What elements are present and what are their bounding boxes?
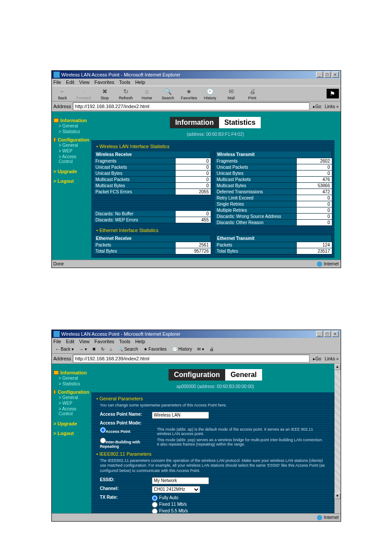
stat-row: Multiple Retries0 xyxy=(215,207,332,214)
close-button[interactable]: × xyxy=(332,72,339,78)
links-button[interactable]: Links » xyxy=(325,104,339,109)
stat-row: Discards: Wrong Source Address0 xyxy=(215,214,332,220)
channel-select[interactable]: CH01 2412MHz xyxy=(152,486,200,493)
menu-favorites[interactable]: Favorites xyxy=(94,339,114,344)
toolbar-home-button[interactable]: ⌂Home xyxy=(138,87,156,100)
menu-bar: File Edit View Favorites Tools Help xyxy=(52,338,341,345)
toolbar-print-button[interactable]: 🖨Print xyxy=(243,87,262,100)
menu-tools[interactable]: Tools xyxy=(119,339,130,344)
wireless-rx-header: Wireless Receive xyxy=(94,151,211,158)
maximize-button[interactable]: □ xyxy=(324,331,331,337)
sidebar: Information> General> StatisticsConfigur… xyxy=(52,112,91,260)
toolbar-favorites-button[interactable]: ★Favorites xyxy=(180,87,198,100)
nav-configuration[interactable]: Configuration xyxy=(54,137,90,142)
browser-window-1: Wireless LAN Access Point - Microsoft In… xyxy=(51,70,341,268)
txrate-option[interactable]: Fixed 11 Mb/s xyxy=(152,501,201,508)
stat-row: Multicast Packets476 xyxy=(215,177,332,183)
go-button[interactable]: ▸Go xyxy=(311,356,323,361)
nav-conf-general[interactable]: > General xyxy=(59,395,90,400)
toolbar-button[interactable]: ⌂ xyxy=(108,346,114,352)
essid-label: ESSID: xyxy=(100,477,148,482)
toolbar-button[interactable]: ← Back ▾ xyxy=(54,346,76,352)
general-params-desc: You can change some systemwise parameter… xyxy=(94,403,332,411)
nav-info-statistics[interactable]: > Statistics xyxy=(59,381,90,387)
toolbar: ←Back→Forward✖Stop↻Refresh⌂Home🔍Search★F… xyxy=(52,86,341,102)
toolbar-button[interactable]: ✖ xyxy=(90,346,97,352)
toolbar-forward-button[interactable]: →Forward xyxy=(75,87,93,100)
stat-row: Discards: WEP Errors455 xyxy=(94,217,211,223)
main-area: Information Statistics (address: 00:60:B… xyxy=(91,112,341,260)
nav-info-general[interactable]: > General xyxy=(59,375,90,381)
stat-row: Retry Limit Exceed0 xyxy=(215,195,332,201)
internet-zone-icon xyxy=(317,515,322,520)
nav-conf-wep[interactable]: > WEP xyxy=(59,148,90,154)
toolbar-button[interactable]: ↻ xyxy=(99,346,106,352)
menu-file[interactable]: File xyxy=(54,339,61,344)
internet-zone-label: Internet xyxy=(324,515,339,520)
nav-upgrade[interactable]: > Upgrade xyxy=(54,421,90,426)
80211-params-desc: The IEEE802.11 parameters concern the op… xyxy=(94,458,332,476)
toolbar-button[interactable]: 🕘 History xyxy=(170,346,194,352)
stat-row: Packets124 xyxy=(215,242,332,248)
nav-conf-wep[interactable]: > WEP xyxy=(59,400,90,406)
txrate-label: TX Rate: xyxy=(100,495,148,500)
header-page: Statistics xyxy=(219,117,261,128)
nav-upgrade[interactable]: > Upgrade xyxy=(54,169,90,174)
toolbar-button[interactable]: ★ Favorites xyxy=(142,346,169,352)
toolbar-stop-button[interactable]: ✖Stop xyxy=(96,87,114,100)
menu-favorites[interactable]: Favorites xyxy=(94,80,114,85)
maximize-button[interactable]: □ xyxy=(324,72,331,78)
stat-row: Discards: No Buffer0 xyxy=(94,211,211,217)
nav-information[interactable]: Information xyxy=(54,370,90,375)
close-button[interactable]: × xyxy=(332,331,339,337)
txrate-option[interactable]: Fixed 5.5 Mb/s xyxy=(152,508,201,513)
menu-view[interactable]: View xyxy=(79,339,90,344)
toolbar-back-button[interactable]: ←Back xyxy=(54,87,72,100)
toolbar-button[interactable]: → ▾ xyxy=(77,346,89,352)
nav-info-general[interactable]: > General xyxy=(59,123,90,129)
nav-configuration[interactable]: Configuration xyxy=(54,389,90,395)
txrate-option[interactable]: Fully Auto xyxy=(152,495,201,501)
ethernet-tx-header: Ethernet Transmit xyxy=(215,235,332,242)
address-input[interactable] xyxy=(73,102,310,110)
ap-name-input[interactable] xyxy=(152,412,209,419)
address-label: Address xyxy=(54,356,71,361)
nav-logout[interactable]: > Logout xyxy=(54,178,90,184)
nav-conf-access-control[interactable]: > Access Control xyxy=(59,406,90,417)
menu-help[interactable]: Help xyxy=(135,80,145,85)
toolbar-button[interactable]: ✉ ▾ xyxy=(195,346,206,352)
minimize-button[interactable]: _ xyxy=(316,331,323,337)
address-input[interactable] xyxy=(73,355,310,363)
ap-id-label: ap000000 (address: 00:60:B3:00:00:00) xyxy=(91,382,340,392)
nav-info-statistics[interactable]: > Statistics xyxy=(59,129,90,134)
toolbar-button[interactable]: 🔍 Search xyxy=(116,346,140,352)
nav-information[interactable]: Information xyxy=(54,118,90,123)
stat-row: Discards: Other Reason0 xyxy=(215,220,332,226)
page-content: Information> General> StatisticsConfigur… xyxy=(52,364,341,513)
toolbar-refresh-button[interactable]: ↻Refresh xyxy=(117,87,135,100)
mode-repeating-radio[interactable] xyxy=(100,438,106,443)
minimize-button[interactable]: _ xyxy=(316,72,323,78)
nav-logout[interactable]: > Logout xyxy=(54,431,90,436)
menu-tools[interactable]: Tools xyxy=(119,80,130,85)
titlebar: Wireless LAN Access Point - Microsoft In… xyxy=(52,71,341,79)
mode-ap-radio[interactable] xyxy=(100,427,106,433)
essid-input[interactable] xyxy=(152,477,209,484)
toolbar-history-button[interactable]: 🕘History xyxy=(201,87,219,100)
menu-help[interactable]: Help xyxy=(135,339,145,344)
menu-edit[interactable]: Edit xyxy=(66,80,74,85)
nav-conf-general[interactable]: > General xyxy=(59,142,90,148)
links-button[interactable]: Links » xyxy=(325,356,339,361)
toolbar-search-button[interactable]: 🔍Search xyxy=(159,87,177,100)
menu-file[interactable]: File xyxy=(54,80,61,85)
menu-view[interactable]: View xyxy=(79,80,90,85)
nav-conf-access-control[interactable]: > Access Control xyxy=(59,154,90,164)
toolbar-button[interactable]: 🖨 xyxy=(208,346,216,352)
toolbar-mail-button[interactable]: ✉Mail xyxy=(222,87,241,100)
go-button[interactable]: ▸Go xyxy=(311,104,323,109)
section-ethernet-stats: Ethernet Interface Statistics xyxy=(94,226,332,235)
status-bar: Done Internet xyxy=(52,260,341,268)
vertical-scrollbar[interactable]: ▲▼ xyxy=(334,364,341,513)
menu-edit[interactable]: Edit xyxy=(66,339,74,344)
ethernet-rx-header: Ethernet Receive xyxy=(94,235,211,242)
